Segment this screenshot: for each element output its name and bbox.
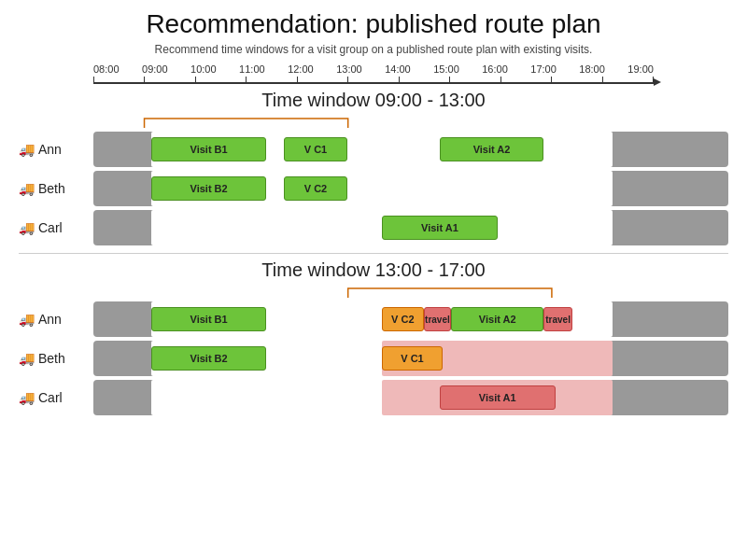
driver-label: 🚚Ann — [19, 142, 93, 157]
visit-block: Visit B1 — [151, 307, 267, 331]
driver-name: Ann — [38, 312, 62, 327]
tick-mark — [297, 77, 298, 82]
tick-mark — [144, 77, 145, 82]
visit-block: Visit A1 — [382, 216, 498, 240]
tick-mark — [347, 77, 348, 82]
gantt-bar: Visit B2V C1 — [93, 341, 728, 376]
page-subtitle: Recommend time windows for a visit group… — [19, 43, 728, 56]
section-divider — [19, 253, 728, 254]
gantt-bar: Visit B1V C1Visit A2 — [93, 132, 728, 167]
truck-icon: 🚚 — [19, 312, 35, 327]
truck-icon: 🚚 — [19, 142, 35, 157]
timeline-label: 18:00 — [579, 63, 605, 75]
truck-icon: 🚚 — [19, 220, 35, 235]
route-row: 🚚AnnVisit B1V C2travelVisit A2travel — [19, 301, 728, 337]
tick-mark — [551, 77, 552, 82]
visit-block: V C1 — [284, 137, 347, 161]
route-row: 🚚BethVisit B2V C1 — [19, 341, 728, 376]
route-row: 🚚CarlVisit A1 — [19, 380, 728, 415]
timeline-label: 09:00 — [142, 63, 168, 75]
driver-name: Carl — [38, 220, 63, 235]
gantt-bar: Visit B1V C2travelVisit A2travel — [93, 301, 728, 337]
gantt-bar: Visit B2V C2 — [93, 171, 728, 206]
timeline-label: 16:00 — [482, 63, 508, 75]
visit-block: V C1 — [382, 346, 443, 371]
gantt-bar: Visit A1 — [93, 210, 728, 245]
tick-mark — [195, 77, 196, 82]
visit-block: V C2 — [284, 176, 347, 201]
visit-block: Visit A2 — [440, 137, 543, 161]
timeline-label: 11:00 — [239, 63, 265, 75]
tick-mark — [93, 77, 94, 82]
timeline-label: 12:00 — [288, 63, 314, 75]
section-2: Time window 13:00 - 17:00 🚚AnnVisit B1V … — [19, 259, 728, 415]
section2-brace — [93, 285, 654, 300]
tick-mark — [602, 77, 603, 82]
driver-label: 🚚Carl — [19, 220, 93, 235]
driver-name: Beth — [38, 351, 65, 366]
driver-name: Beth — [38, 181, 65, 196]
tick-mark — [246, 77, 247, 82]
driver-name: Carl — [38, 390, 63, 405]
timeline-axis: 08:0009:0010:0011:0012:0013:0014:0015:00… — [93, 63, 654, 84]
truck-icon: 🚚 — [19, 390, 35, 405]
truck-icon: 🚚 — [19, 181, 35, 196]
driver-label: 🚚Carl — [19, 390, 93, 405]
timeline-label: 19:00 — [627, 63, 654, 75]
driver-label: 🚚Beth — [19, 351, 93, 366]
visit-block: Visit A1 — [440, 385, 556, 410]
visit-block: Visit B1 — [151, 137, 267, 161]
tick-mark — [399, 77, 400, 82]
driver-label: 🚚Ann — [19, 312, 93, 327]
section1-title: Time window 09:00 - 13:00 — [19, 90, 728, 111]
visit-block: travel — [424, 307, 452, 331]
visit-block: Visit B2 — [151, 176, 267, 201]
section-1: Time window 09:00 - 13:00 🚚AnnVisit B1V … — [19, 90, 728, 245]
section1-brace — [93, 115, 654, 130]
visit-block: travel — [543, 307, 572, 331]
route-row: 🚚BethVisit B2V C2 — [19, 171, 728, 206]
timeline-label: 15:00 — [433, 63, 459, 75]
driver-label: 🚚Beth — [19, 181, 93, 196]
section2-title: Time window 13:00 - 17:00 — [19, 259, 728, 281]
tick-mark — [653, 77, 654, 82]
route-row: 🚚CarlVisit A1 — [19, 210, 728, 245]
tick-mark — [500, 77, 501, 82]
visit-block: Visit A2 — [451, 307, 543, 331]
truck-icon: 🚚 — [19, 351, 35, 366]
timeline-label: 14:00 — [385, 63, 411, 75]
timeline-label: 17:00 — [530, 63, 557, 75]
gantt-bar: Visit A1 — [93, 380, 728, 415]
axis-line — [93, 77, 654, 84]
timeline-label: 10:00 — [190, 63, 217, 75]
timeline-label: 13:00 — [336, 63, 362, 75]
driver-name: Ann — [38, 142, 62, 157]
tick-mark — [449, 77, 450, 82]
page-title: Recommendation: published route plan — [19, 9, 728, 39]
timeline-label: 08:00 — [93, 63, 120, 75]
route-row: 🚚AnnVisit B1V C1Visit A2 — [19, 132, 728, 167]
visit-block: Visit B2 — [151, 346, 267, 371]
visit-block: V C2 — [382, 307, 424, 331]
